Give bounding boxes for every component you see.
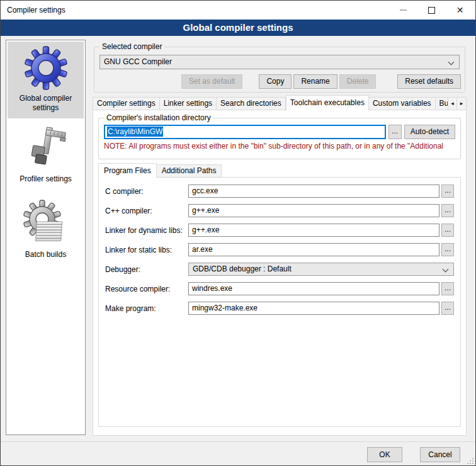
program-row: Linker for dynamic libs: g++.exe ... xyxy=(105,223,454,237)
rename-button[interactable]: Rename xyxy=(293,74,337,89)
sidebar-item-global-compiler-settings[interactable]: Global compiler settings xyxy=(8,42,84,118)
arrow-right-icon: ▸ xyxy=(460,100,463,106)
program-row: Linker for static libs: ar.exe ... xyxy=(105,242,454,257)
program-row: C compiler: gcc.exe ... xyxy=(105,184,454,198)
window-title: Compiler settings xyxy=(7,1,65,20)
dynamic-linker-label: Linker for dynamic libs: xyxy=(105,226,188,235)
resource-compiler-browse-button[interactable]: ... xyxy=(441,282,454,295)
minimize-button[interactable] xyxy=(389,1,417,20)
debugger-select-value: GDB/CDB debugger : Default xyxy=(193,264,292,273)
chevron-down-icon xyxy=(443,266,449,273)
program-row: Resource compiler: windres.exe ... xyxy=(105,281,454,296)
dialog-footer: OK Cancel xyxy=(1,441,475,466)
tab-additional-paths[interactable]: Additional Paths xyxy=(157,164,222,178)
tab-scroll-buttons: ◂ ▸ xyxy=(448,97,467,110)
install-dir-input[interactable]: C:\raylib\MinGW xyxy=(104,125,386,139)
resource-compiler-input[interactable]: windres.exe xyxy=(188,282,439,295)
delete-button: Delete xyxy=(339,74,377,89)
resource-compiler-label: Resource compiler: xyxy=(105,285,188,293)
copy-button[interactable]: Copy xyxy=(259,74,292,89)
cpp-compiler-input[interactable]: g++.exe xyxy=(188,204,439,217)
cancel-button[interactable]: Cancel xyxy=(420,447,460,462)
blue-gear-icon xyxy=(22,44,70,92)
static-linker-browse-button[interactable]: ... xyxy=(441,243,454,256)
tab-program-files[interactable]: Program Files xyxy=(98,163,157,178)
sidebar-item-batch-builds[interactable]: Batch builds xyxy=(8,198,84,259)
window-controls: ✕ xyxy=(389,1,474,20)
gray-gear-stack-icon xyxy=(21,198,71,248)
compiler-settings-dialog: Compiler settings ✕ Global compiler sett… xyxy=(0,0,476,466)
titlebar: Compiler settings ✕ xyxy=(1,1,475,20)
c-compiler-input[interactable]: gcc.exe xyxy=(188,185,439,198)
maximize-icon xyxy=(428,7,435,14)
program-files-page: C compiler: gcc.exe ... C++ compiler: g+… xyxy=(98,177,461,427)
close-button[interactable]: ✕ xyxy=(446,1,474,20)
tab-scroll-right-button[interactable]: ▸ xyxy=(457,97,467,110)
resize-grip[interactable] xyxy=(467,457,474,465)
set-as-default-button: Set as default xyxy=(181,74,242,89)
c-compiler-browse-button[interactable]: ... xyxy=(441,185,454,198)
reset-defaults-button[interactable]: Reset defaults xyxy=(397,74,461,89)
program-tabs: Program Files Additional Paths xyxy=(98,163,222,178)
note-text: NOTE: All programs must exist either in … xyxy=(104,142,460,151)
static-linker-input[interactable]: ar.exe xyxy=(188,243,439,256)
program-row: Make program: mingw32-make.exe ... xyxy=(105,301,454,315)
tab-compiler-settings[interactable]: Compiler settings xyxy=(93,97,160,110)
selected-compiler-group-label: Selected compiler xyxy=(99,42,164,52)
sidebar-item-label: Batch builds xyxy=(8,250,84,259)
selected-compiler-groupbox: Selected compiler GNU GCC Compiler Set a… xyxy=(94,47,465,93)
autodetect-button[interactable]: Auto-detect xyxy=(404,125,455,139)
c-compiler-label: C compiler: xyxy=(105,187,188,196)
install-dir-row: C:\raylib\MinGW ... Auto-detect xyxy=(104,125,455,139)
install-dir-browse-button[interactable]: ... xyxy=(388,125,402,139)
debugger-select[interactable]: GDB/CDB debugger : Default xyxy=(188,263,454,276)
sidebar-item-label: Global compiler settings xyxy=(9,94,82,113)
program-row: C++ compiler: g++.exe ... xyxy=(105,203,454,218)
tab-custom-variables[interactable]: Custom variables xyxy=(369,97,436,110)
tab-scroll-left-button[interactable]: ◂ xyxy=(448,97,457,110)
install-dir-groupbox: Compiler's installation directory C:\ray… xyxy=(98,118,461,159)
sidebar: Global compiler settings xyxy=(6,40,86,435)
caliper-icon xyxy=(24,126,68,173)
tab-linker-settings[interactable]: Linker settings xyxy=(160,97,217,110)
dynamic-linker-browse-button[interactable]: ... xyxy=(441,224,454,237)
cpp-compiler-browse-button[interactable]: ... xyxy=(441,204,454,217)
page-title: Global compiler settings xyxy=(1,20,475,36)
sidebar-item-label: Profiler settings xyxy=(8,174,84,184)
program-row: Debugger: GDB/CDB debugger : Default xyxy=(105,262,454,276)
maximize-button[interactable] xyxy=(417,1,446,20)
toolchain-executables-page: Compiler's installation directory C:\ray… xyxy=(93,110,467,436)
tab-search-directories[interactable]: Search directories xyxy=(217,97,286,110)
make-program-input[interactable]: mingw32-make.exe xyxy=(188,302,439,315)
minimize-icon xyxy=(400,9,407,11)
cpp-compiler-label: C++ compiler: xyxy=(105,207,188,215)
make-program-browse-button[interactable]: ... xyxy=(441,302,454,315)
static-linker-label: Linker for static libs: xyxy=(105,246,188,254)
compiler-select-value: GNU GCC Compiler xyxy=(104,57,172,66)
ok-button[interactable]: OK xyxy=(367,447,402,462)
chevron-down-icon xyxy=(448,59,455,65)
tab-toolchain-executables[interactable]: Toolchain executables xyxy=(286,95,369,110)
dynamic-linker-input[interactable]: g++.exe xyxy=(188,224,439,237)
selected-path-text: C:\raylib\MinGW xyxy=(107,127,163,137)
make-program-label: Make program: xyxy=(105,304,188,313)
arrow-left-icon: ◂ xyxy=(451,100,454,106)
close-icon: ✕ xyxy=(456,6,464,14)
main-panel: Selected compiler GNU GCC Compiler Set a… xyxy=(93,40,467,438)
dialog-body: Global compiler settings xyxy=(1,36,475,441)
sidebar-item-profiler-settings[interactable]: Profiler settings xyxy=(8,126,84,184)
settings-tab-strip: Compiler settings Linker settings Search… xyxy=(93,95,467,110)
compiler-buttons-row: Set as default Copy Rename Delete Reset … xyxy=(99,74,461,89)
compiler-select[interactable]: GNU GCC Compiler xyxy=(99,55,460,69)
install-dir-group-label: Compiler's installation directory xyxy=(104,113,213,123)
debugger-label: Debugger: xyxy=(105,265,188,274)
